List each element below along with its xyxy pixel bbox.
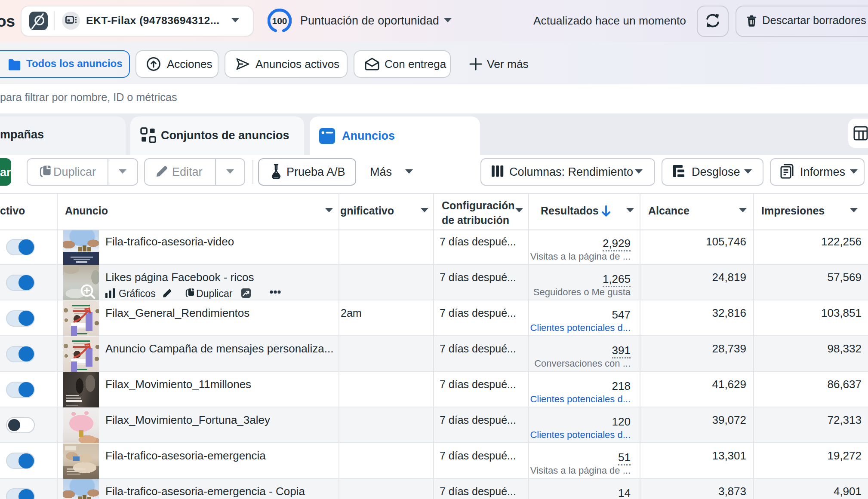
svg-text:100: 100 <box>272 16 287 26</box>
